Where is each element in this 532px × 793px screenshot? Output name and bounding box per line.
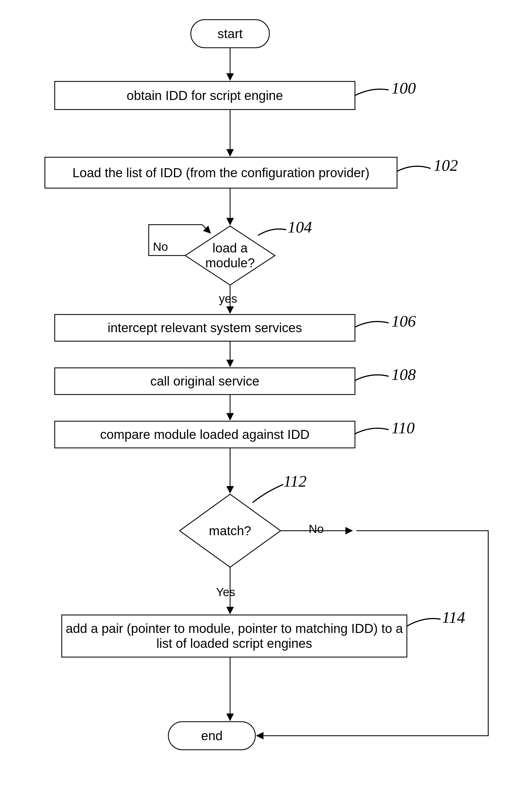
flowchart-svg bbox=[0, 0, 532, 793]
ref-104: 104 bbox=[288, 218, 312, 236]
ref-110: 110 bbox=[392, 419, 415, 437]
ref-108: 108 bbox=[392, 365, 416, 384]
edge-label-no-112: No bbox=[309, 522, 324, 536]
ref-102: 102 bbox=[434, 156, 458, 175]
edge-label-yes-112: Yes bbox=[216, 586, 235, 599]
ref104-mark bbox=[258, 229, 286, 236]
step112-label: match? bbox=[179, 514, 281, 548]
step110-label: compare module loaded against IDD bbox=[55, 421, 355, 448]
step108-label: call original service bbox=[55, 368, 355, 394]
edge-label-no-104: No bbox=[153, 240, 168, 254]
step114-label: add a pair (pointer to module, pointer t… bbox=[62, 615, 407, 657]
ref112-mark bbox=[252, 484, 283, 503]
ref-114: 114 bbox=[442, 608, 465, 627]
edge-label-yes-104: yes bbox=[219, 292, 237, 306]
step100-label: obtain IDD for script engine bbox=[55, 81, 355, 110]
ref106-mark bbox=[355, 321, 388, 327]
ref102-mark bbox=[397, 166, 431, 171]
ref-112: 112 bbox=[283, 472, 307, 491]
start-label: start bbox=[191, 20, 269, 48]
step102-label: Load the list of IDD (from the configura… bbox=[45, 157, 397, 188]
end-label: end bbox=[168, 722, 255, 750]
step106-label: intercept relevant system services bbox=[55, 314, 355, 341]
ref100-mark bbox=[355, 89, 388, 96]
ref108-mark bbox=[355, 375, 388, 381]
ref114-mark bbox=[407, 619, 440, 626]
ref-100: 100 bbox=[392, 79, 416, 97]
ref110-mark bbox=[355, 428, 388, 434]
step104-label: load a module? bbox=[185, 236, 275, 275]
ref-106: 106 bbox=[392, 312, 416, 331]
